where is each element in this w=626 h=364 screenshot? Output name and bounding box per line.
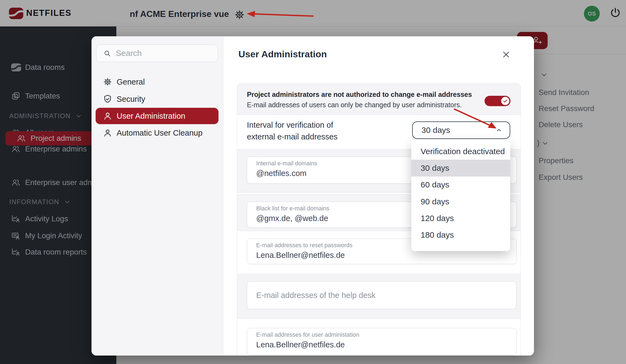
dropdown-option-120-days[interactable]: 120 days — [411, 210, 510, 226]
dropdown-option-label: Verification deactivated — [421, 147, 505, 156]
person-icon — [103, 128, 113, 138]
modal-main-panel: User Administration Project administrato… — [223, 36, 534, 356]
modal-nav-label: General — [117, 77, 145, 86]
field-label: Internal e-mail domains — [256, 160, 317, 167]
field-value: @netfiles.com — [256, 169, 306, 178]
modal-nav-label: Automatic User Cleanup — [117, 129, 202, 138]
modal-nav-label: Security — [117, 95, 145, 104]
settings-modal: Search General Security — [91, 36, 534, 356]
interval-select[interactable]: 30 days — [412, 121, 510, 139]
dropdown-option-label: 90 days — [421, 197, 449, 206]
dropdown-option-label: 30 days — [421, 163, 449, 173]
field-label: E-mail addresses to reset passwords — [256, 242, 353, 249]
dropdown-option-180-days[interactable]: 180 days — [411, 226, 510, 243]
modal-nav-automatic-user-cleanup[interactable]: Automatic User Cleanup — [96, 126, 218, 140]
toggle-setting-row: Project administrators are not authorize… — [237, 83, 521, 115]
shield-check-icon — [103, 94, 113, 104]
dropdown-option-60-days[interactable]: 60 days — [411, 177, 510, 193]
dropdown-option-verification-deactivated[interactable]: Verification deactivated — [411, 143, 510, 160]
field-value: Lena.Bellner@netfiles.de — [256, 340, 345, 349]
search-icon — [103, 49, 111, 58]
field-placeholder: E-mail addresses of the help desk — [256, 291, 376, 300]
chevron-up-icon — [495, 127, 503, 134]
close-icon[interactable] — [501, 50, 511, 59]
user-administration-row: E-mail addresses for user administation … — [237, 319, 521, 356]
dropdown-option-30-days-highlighted[interactable]: 30 days — [411, 160, 510, 176]
toggle-setting-title: Project administrators are not authorize… — [247, 91, 472, 99]
help-desk-input[interactable]: E-mail addresses of the help desk — [247, 281, 516, 309]
field-label: E-mail addresses for user administation — [256, 332, 359, 338]
modal-nav-panel: Search General Security — [91, 36, 223, 356]
email-change-toggle-on[interactable] — [485, 96, 510, 106]
modal-title: User Administration — [238, 49, 327, 59]
gear-icon — [103, 77, 113, 87]
check-icon — [503, 98, 508, 104]
field-label: Black list for e-mail domains — [256, 205, 329, 212]
dropdown-option-label: 120 days — [421, 214, 454, 223]
help-desk-row: E-mail addresses of the help desk — [237, 274, 521, 319]
toggle-knob — [501, 97, 509, 105]
search-input[interactable]: Search — [96, 44, 218, 62]
person-icon — [103, 111, 113, 121]
user-administration-input[interactable]: E-mail addresses for user administation … — [247, 328, 516, 355]
field-value: Lena.Bellner@netfiles.de — [256, 251, 345, 260]
toggle-setting-subtitle: E-mail addresses of users can only be ch… — [247, 101, 462, 109]
application-window: NETFILES nf ACME Enterprise vue OS — [0, 0, 626, 364]
modal-nav-user-administration-selected[interactable]: User Administration — [96, 108, 218, 124]
interval-select-value: 30 days — [421, 126, 450, 135]
dropdown-option-90-days[interactable]: 90 days — [411, 193, 510, 210]
modal-nav-general[interactable]: General — [96, 75, 218, 89]
dropdown-option-label: 60 days — [421, 180, 449, 189]
modal-nav-security[interactable]: Security — [96, 92, 218, 106]
search-placeholder: Search — [116, 49, 142, 58]
interval-setting-label: Interval for verification of external e-… — [247, 119, 342, 143]
modal-nav-label: User Administration — [117, 112, 185, 121]
interval-dropdown-menu: Verification deactivated 30 days 60 days… — [411, 140, 510, 251]
dropdown-option-label: 180 days — [421, 230, 454, 240]
field-value: @gmx.de, @web.de — [256, 214, 328, 223]
